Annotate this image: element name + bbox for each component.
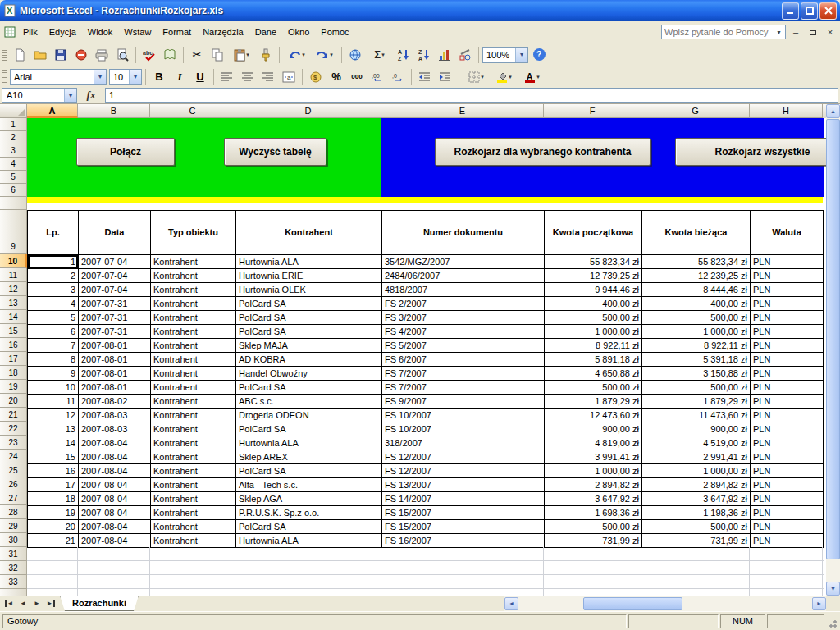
resize-grip[interactable]	[826, 617, 838, 628]
cell-E18[interactable]: FS 7/2007	[382, 367, 545, 381]
column-header-B[interactable]: B	[78, 104, 150, 118]
cell-H26[interactable]: PLN	[751, 478, 824, 492]
chart-wizard-icon[interactable]	[435, 46, 454, 64]
cell-B15[interactable]: 2007-07-31	[79, 325, 151, 339]
workbook-icon[interactable]	[2, 25, 17, 39]
print-preview-icon[interactable]	[112, 46, 132, 64]
first-sheet-icon[interactable]: ◄	[2, 597, 16, 609]
row-header-30[interactable]: 30	[0, 533, 27, 547]
menu-item-7[interactable]: Dane	[249, 23, 282, 41]
cell-E19[interactable]: FS 7/2007	[382, 381, 545, 395]
cell-G11[interactable]: 12 239,25 zł	[642, 269, 751, 283]
cell-H25[interactable]: PLN	[751, 464, 824, 478]
cell-F22[interactable]: 900,00 zł	[545, 422, 642, 436]
row-header-2[interactable]: 2	[0, 131, 27, 144]
cell-D28[interactable]: P.R.U.S.K. Sp.z o.o.	[236, 506, 382, 520]
cell-H23[interactable]: PLN	[751, 436, 824, 450]
cell-B10[interactable]: 2007-07-04	[79, 255, 151, 269]
cell-A13[interactable]: 4	[28, 297, 79, 311]
fill-color-icon[interactable]: ▾	[491, 68, 518, 86]
cell-H17[interactable]: PLN	[751, 353, 824, 367]
cell-E26[interactable]: FS 13/2007	[382, 478, 545, 492]
table-column-header-2[interactable]: Data	[79, 211, 151, 255]
cell-F25[interactable]: 1 000,00 zł	[545, 464, 642, 478]
cell-H21[interactable]: PLN	[751, 409, 824, 422]
cell-G13[interactable]: 400,00 zł	[642, 297, 751, 311]
cell-A22[interactable]: 13	[28, 422, 79, 436]
column-header-H[interactable]: H	[750, 104, 823, 118]
cell-F12[interactable]: 9 944,46 zł	[545, 283, 642, 297]
cell-C29[interactable]: Kontrahent	[151, 520, 236, 534]
cell-B18[interactable]: 2007-08-01	[79, 367, 151, 381]
cell-A24[interactable]: 15	[28, 450, 79, 464]
cell-C18[interactable]: Kontrahent	[151, 367, 236, 381]
cell-F17[interactable]: 5 891,18 zł	[545, 353, 642, 367]
workbook-restore-icon[interactable]	[806, 25, 820, 39]
cell-B24[interactable]: 2007-08-04	[79, 450, 151, 464]
cell-B14[interactable]: 2007-07-31	[79, 311, 151, 325]
cell-B21[interactable]: 2007-08-03	[79, 409, 151, 422]
cell-A14[interactable]: 5	[28, 311, 79, 325]
toolbar-drag-handle[interactable]	[2, 70, 7, 84]
cell-A10[interactable]: 1	[28, 255, 79, 269]
cell-G23[interactable]: 4 519,00 zł	[642, 436, 751, 450]
cell-H14[interactable]: PLN	[751, 311, 824, 325]
cell-A21[interactable]: 12	[28, 409, 79, 422]
cell-E27[interactable]: FS 14/2007	[382, 492, 545, 506]
table-column-header-1[interactable]: Lp.	[28, 211, 79, 255]
row-header-15[interactable]: 15	[0, 324, 27, 338]
row-header-9[interactable]: 9	[0, 210, 27, 254]
table-column-header-5[interactable]: Numer dokumentu	[382, 211, 545, 255]
cell-G30[interactable]: 731,99 zł	[642, 534, 751, 548]
row-header-19[interactable]: 19	[0, 380, 27, 394]
wyczysc-tabele-button[interactable]: Wyczyść tabelę	[224, 138, 326, 166]
cell-G27[interactable]: 3 647,92 zł	[642, 492, 751, 506]
cell-C11[interactable]: Kontrahent	[151, 269, 236, 283]
previous-sheet-icon[interactable]: ◄	[16, 597, 30, 609]
cell-E17[interactable]: FS 6/2007	[382, 353, 545, 367]
sort-ascending-icon[interactable]: AZ	[394, 46, 413, 64]
merge-center-icon[interactable]: a	[279, 68, 299, 86]
cell-F10[interactable]: 55 823,34 zł	[545, 255, 642, 269]
scroll-up-icon[interactable]: ▲	[826, 104, 840, 118]
cell-F19[interactable]: 500,00 zł	[545, 381, 642, 395]
rozkojarz-wszystkie-button[interactable]: Rozkojarz wszystkie	[675, 138, 826, 166]
cell-B29[interactable]: 2007-08-04	[79, 520, 151, 534]
cell-H28[interactable]: PLN	[751, 506, 824, 520]
cell-A17[interactable]: 8	[28, 353, 79, 367]
table-column-header-8[interactable]: Waluta	[751, 211, 824, 255]
cell-G10[interactable]: 55 823,34 zł	[642, 255, 751, 269]
cell-B30[interactable]: 2007-08-04	[79, 534, 151, 548]
cell-F28[interactable]: 1 698,36 zł	[545, 506, 642, 520]
cell-E15[interactable]: FS 4/2007	[382, 325, 545, 339]
cell-D15[interactable]: PolCard SA	[236, 325, 382, 339]
cell-C19[interactable]: Kontrahent	[151, 381, 236, 395]
cell-H30[interactable]: PLN	[751, 534, 824, 548]
table-column-header-3[interactable]: Typ obiektu	[151, 211, 236, 255]
cell-B13[interactable]: 2007-07-31	[79, 297, 151, 311]
table-column-header-4[interactable]: Kontrahent	[236, 211, 382, 255]
save-icon[interactable]	[51, 46, 71, 64]
row-header-5[interactable]: 5	[0, 171, 27, 184]
cell-C21[interactable]: Kontrahent	[151, 409, 236, 422]
cell-H29[interactable]: PLN	[751, 520, 824, 534]
cell-E13[interactable]: FS 2/2007	[382, 297, 545, 311]
cell-D23[interactable]: Hurtownia ALA	[236, 436, 382, 450]
cell-H15[interactable]: PLN	[751, 325, 824, 339]
cell-A20[interactable]: 11	[28, 395, 79, 409]
cell-H10[interactable]: PLN	[751, 255, 824, 269]
row-header-29[interactable]: 29	[0, 519, 27, 533]
cell-H24[interactable]: PLN	[751, 450, 824, 464]
cell-G17[interactable]: 5 391,18 zł	[642, 353, 751, 367]
cell-A15[interactable]: 6	[28, 325, 79, 339]
cell-E22[interactable]: FS 10/2007	[382, 422, 545, 436]
paste-icon[interactable]: ▾	[228, 46, 255, 64]
cell-F14[interactable]: 500,00 zł	[545, 311, 642, 325]
cell-H13[interactable]: PLN	[751, 297, 824, 311]
format-painter-icon[interactable]	[256, 46, 276, 64]
menu-item-2[interactable]: Edycja	[43, 23, 82, 41]
row-header-33[interactable]: 33	[0, 575, 27, 589]
permission-icon[interactable]	[71, 46, 91, 64]
cell-C28[interactable]: Kontrahent	[151, 506, 236, 520]
cell-H18[interactable]: PLN	[751, 367, 824, 381]
